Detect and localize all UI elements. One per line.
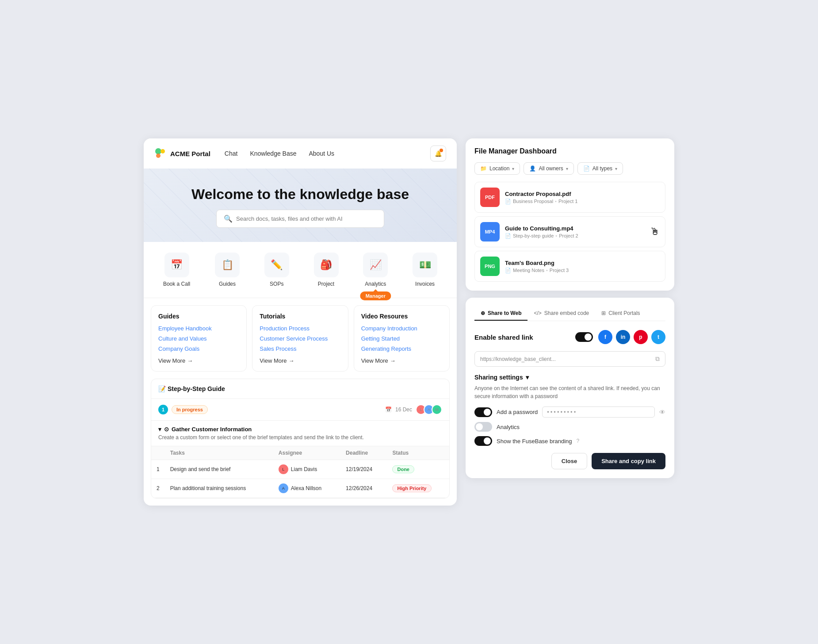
search-input[interactable] bbox=[236, 215, 377, 222]
step-section-title: 📝 Step-by-Step Guide bbox=[151, 379, 449, 399]
sharing-settings-label: Sharing settings bbox=[474, 374, 523, 381]
share-and-copy-link-button[interactable]: Share and copy link bbox=[592, 453, 665, 469]
file-manager-title: File Manager Dashboard bbox=[474, 147, 665, 155]
logo[interactable]: ACME Portal bbox=[154, 147, 210, 160]
calendar-icon: 📅 bbox=[385, 406, 392, 413]
password-input[interactable] bbox=[542, 406, 655, 418]
file-filters: 📁 Location ▾ 👤 All owners ▾ 📄 All types … bbox=[474, 162, 665, 175]
file-thumbnail-mp4: MP4 bbox=[480, 222, 500, 242]
step-avatars: L A M bbox=[416, 404, 442, 415]
guides-view-more[interactable]: View More → bbox=[158, 357, 239, 364]
video-view-more[interactable]: View More → bbox=[361, 357, 442, 364]
share-panel: ⊕ Share to Web </> Share embed code ⊞ Cl… bbox=[466, 298, 674, 478]
file-item-2[interactable]: PNG Team's Board.png 📄 Meeting Notes • P… bbox=[474, 251, 665, 282]
nav-link-chat[interactable]: Chat bbox=[225, 150, 238, 157]
nav-link-about-us[interactable]: About Us bbox=[309, 150, 335, 157]
action-label-sops: SOPs bbox=[270, 281, 283, 287]
file-thumbnail-pdf: PDF bbox=[480, 188, 500, 207]
progress-number: 1 bbox=[158, 405, 168, 414]
nav-link-knowledge-base[interactable]: Knowledge Base bbox=[250, 150, 296, 157]
eye-icon[interactable]: 👁 bbox=[659, 409, 665, 416]
action-item-guides[interactable]: 📋 Guides bbox=[215, 253, 240, 287]
tasks-table: Tasks Assignee Deadline Status 1 Design … bbox=[151, 446, 449, 498]
share-facebook-button[interactable]: f bbox=[598, 330, 612, 344]
tab-share-embed-code[interactable]: </> Share embed code bbox=[527, 307, 595, 321]
filter-types-button[interactable]: 📄 All types ▾ bbox=[577, 162, 623, 175]
action-item-analytics[interactable]: 📈 Analytics Manager bbox=[363, 253, 388, 287]
action-item-project[interactable]: 🎒 Project bbox=[314, 253, 339, 287]
action-item-invoices[interactable]: 💵 Invoices bbox=[413, 253, 437, 287]
file-item-0[interactable]: PDF Contractor Proposal.pdf 📄 Business P… bbox=[474, 182, 665, 213]
video-link-1[interactable]: Getting Started bbox=[361, 335, 442, 342]
action-item-sops[interactable]: ✏️ SOPs bbox=[264, 253, 289, 287]
step-date: 16 Dec bbox=[395, 406, 412, 413]
table-header-tasks: Tasks bbox=[165, 446, 273, 460]
chevron-down-icon: ▾ bbox=[615, 166, 617, 171]
video-card: Video Resoures Company Introduction Gett… bbox=[354, 305, 450, 372]
file-thumbnail-png: PNG bbox=[480, 257, 500, 276]
portal-icon: ⊞ bbox=[601, 310, 606, 316]
guides-link-1[interactable]: Culture and Values bbox=[158, 335, 239, 342]
assignee-avatar-1: A bbox=[279, 483, 288, 493]
task-status-1: High Priority bbox=[387, 479, 449, 498]
share-twitter-button[interactable]: t bbox=[651, 330, 665, 344]
tutorials-card-title: Tutorials bbox=[260, 313, 340, 320]
guides-link-2[interactable]: Company Goals bbox=[158, 345, 239, 352]
tutorials-link-0[interactable]: Production Process bbox=[260, 325, 340, 332]
notification-bell-button[interactable]: 🔔 bbox=[430, 146, 446, 161]
password-toggle[interactable] bbox=[474, 407, 492, 417]
social-share-icons: f in p t bbox=[598, 330, 665, 344]
file-name-2: Team's Board.png bbox=[505, 260, 660, 266]
tutorials-link-1[interactable]: Customer Service Process bbox=[260, 335, 340, 342]
action-item-book-a-call[interactable]: 📅 Book a Call bbox=[163, 253, 190, 287]
guides-card-title: Guides bbox=[158, 313, 239, 320]
close-button[interactable]: Close bbox=[551, 453, 587, 469]
book-a-call-icon: 📅 bbox=[164, 253, 189, 277]
video-card-title: Video Resoures bbox=[361, 313, 442, 320]
search-icon: 🔍 bbox=[224, 215, 233, 223]
search-bar[interactable]: 🔍 bbox=[216, 210, 384, 228]
video-link-2[interactable]: Generating Reports bbox=[361, 345, 442, 352]
nav-bar: ACME Portal Chat Knowledge Base About Us… bbox=[144, 138, 457, 169]
globe-icon: ⊕ bbox=[481, 310, 485, 316]
enable-link-label: Enable shared link bbox=[474, 334, 533, 341]
tutorials-link-2[interactable]: Sales Process bbox=[260, 345, 340, 352]
tab-share-to-web[interactable]: ⊕ Share to Web bbox=[474, 307, 527, 321]
analytics-toggle[interactable] bbox=[474, 422, 492, 432]
file-info-0: Contractor Proposal.pdf 📄 Business Propo… bbox=[505, 191, 660, 204]
step-meta: 📅 16 Dec L A M bbox=[385, 404, 442, 415]
logo-text: ACME Portal bbox=[170, 150, 210, 157]
video-link-0[interactable]: Company Introduction bbox=[361, 325, 442, 332]
setting-password-label: Add a password bbox=[497, 409, 538, 415]
question-icon[interactable]: ? bbox=[577, 438, 580, 444]
file-meta-2: 📄 Meeting Notes • Project 3 bbox=[505, 268, 660, 273]
task-row-num-1: 2 bbox=[151, 479, 165, 498]
branding-toggle[interactable] bbox=[474, 436, 492, 446]
setting-row-analytics: Analytics bbox=[474, 422, 665, 432]
enable-link-toggle[interactable] bbox=[575, 332, 593, 342]
tab-client-portals[interactable]: ⊞ Client Portals bbox=[595, 307, 646, 321]
guides-icon: 📋 bbox=[215, 253, 240, 277]
file-name-0: Contractor Proposal.pdf bbox=[505, 191, 660, 197]
sharing-description: Anyone on the Internet can see the conte… bbox=[474, 384, 665, 400]
share-pinterest-button[interactable]: p bbox=[634, 330, 648, 344]
share-linkedin-button[interactable]: in bbox=[616, 330, 630, 344]
doc-icon: 📄 bbox=[505, 268, 511, 273]
invoices-icon: 💵 bbox=[413, 253, 437, 277]
cursor-hand-icon: 🖱 bbox=[650, 226, 660, 238]
filter-owners-button[interactable]: 👤 All owners ▾ bbox=[524, 162, 573, 175]
sharing-settings-header[interactable]: Sharing settings ▾ bbox=[474, 374, 665, 381]
tutorials-view-more[interactable]: View More → bbox=[260, 357, 340, 364]
nav-links: Chat Knowledge Base About Us bbox=[225, 150, 416, 157]
file-meta-1: 📄 Step-by-step guide • Project 2 bbox=[505, 233, 645, 239]
file-item-1[interactable]: MP4 Guide to Consulting.mp4 📄 Step-by-st… bbox=[474, 216, 665, 247]
sops-icon: ✏️ bbox=[264, 253, 289, 277]
tutorials-card: Tutorials Production Process Customer Se… bbox=[252, 305, 348, 372]
guides-link-0[interactable]: Employee Handbook bbox=[158, 325, 239, 332]
folder-icon: 📁 bbox=[480, 165, 487, 172]
filter-location-button[interactable]: 📁 Location ▾ bbox=[474, 162, 520, 175]
project-icon: 🎒 bbox=[314, 253, 339, 277]
copy-icon[interactable]: ⧉ bbox=[655, 355, 660, 363]
file-icon: 📄 bbox=[583, 165, 590, 172]
table-header-assignee: Assignee bbox=[273, 446, 340, 460]
